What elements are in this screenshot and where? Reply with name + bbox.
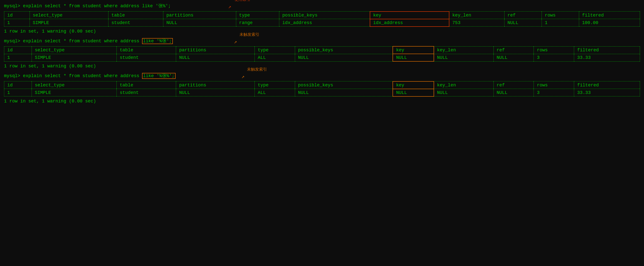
col-ref-header-3: ref — [493, 81, 534, 89]
result-line-3: 1 row in set, 1 warning (0.00 sec) — [4, 98, 640, 105]
col-rows-header: rows — [542, 12, 579, 19]
col-id-header: id — [4, 12, 30, 19]
cell-rows-2: 3 — [534, 54, 574, 61]
col-key-len-header: key_len — [449, 12, 504, 19]
arrow-2: ↗ — [234, 39, 237, 45]
arrow-1: ↗ — [228, 4, 231, 10]
cell-rows-3: 3 — [534, 89, 574, 96]
prompt-highlight-3: like '%张%'; — [142, 73, 176, 79]
cell-id-2: 1 — [4, 54, 32, 61]
prompt-container-2: mysql> explain select * from student whe… — [4, 38, 640, 45]
block-1: mysql> explain select * from student whe… — [4, 3, 640, 35]
col-partitions-header-3: partitions — [176, 81, 255, 89]
col-key-len-header-3: key_len — [434, 81, 493, 89]
col-type-header: type — [236, 12, 279, 19]
cell-key-1: idx_address — [370, 19, 449, 27]
cell-filtered-3: 33.33 — [574, 89, 640, 96]
col-id-header-2: id — [4, 46, 32, 54]
prompt-container-1: mysql> explain select * from student whe… — [4, 3, 640, 10]
result-table-2: id select_type table partitions type pos… — [4, 46, 640, 62]
col-table-header-2: table — [117, 46, 176, 54]
col-ref-header-2: ref — [493, 46, 534, 54]
cell-possible-keys-1: idx_address — [279, 19, 370, 27]
prompt-line-1: mysql> explain select * from student whe… — [4, 3, 171, 10]
col-possible-keys-header: possible_keys — [279, 12, 370, 19]
col-type-header-2: type — [254, 46, 295, 54]
col-key-header-2: key — [393, 46, 434, 54]
cell-possible-keys-3: NULL — [295, 89, 393, 96]
col-filtered-header-2: filtered — [574, 46, 640, 54]
cell-ref-2: NULL — [493, 54, 534, 61]
cell-id-1: 1 — [4, 19, 30, 27]
cell-key-len-1: 753 — [449, 19, 504, 27]
col-partitions-header-2: partitions — [176, 46, 255, 54]
prompt-container-3: mysql> explain select * from student whe… — [4, 72, 640, 80]
col-table-header: table — [108, 12, 163, 19]
cell-ref-3: NULL — [493, 89, 534, 96]
cell-partitions-3: NULL — [176, 89, 255, 96]
result-line-1: 1 row in set, 1 warning (0.00 sec) — [4, 28, 640, 35]
col-key-header: key — [370, 12, 449, 19]
cell-key-3: NULL — [393, 89, 434, 96]
col-id-header-3: id — [4, 81, 32, 89]
col-key-header-3: key — [393, 81, 434, 89]
cell-possible-keys-2: NULL — [295, 54, 393, 61]
cell-type-1: range — [236, 19, 279, 27]
cell-type-3: ALL — [254, 89, 295, 96]
col-partitions-header: partitions — [163, 12, 236, 19]
cell-key-2: NULL — [393, 54, 434, 61]
table-1: id select_type table partitions type pos… — [4, 11, 640, 27]
block-2: mysql> explain select * from student whe… — [4, 38, 640, 70]
col-select-type-header-2: select_type — [32, 46, 116, 54]
col-filtered-header: filtered — [579, 12, 640, 19]
result-line-2: 1 row in set, 1 warning (0.00 sec) — [4, 63, 640, 70]
col-select-type-header-3: select_type — [32, 81, 116, 89]
cell-key-len-3: NULL — [434, 89, 493, 96]
col-rows-header-3: rows — [534, 81, 574, 89]
col-select-type-header: select_type — [30, 12, 108, 19]
table-3: id select_type table partitions type pos… — [4, 81, 640, 97]
cell-filtered-2: 33.33 — [574, 54, 640, 61]
cell-ref-1: NULL — [504, 19, 542, 27]
prompt-line-3: mysql> explain select * from student whe… — [4, 72, 176, 80]
col-type-header-3: type — [254, 81, 295, 89]
table-2: id select_type table partitions type pos… — [4, 46, 640, 62]
result-table-3: id select_type table partitions type pos… — [4, 81, 640, 97]
cell-select-type-3: SIMPLE — [32, 89, 116, 96]
cell-type-2: ALL — [254, 54, 295, 61]
block-3: mysql> explain select * from student whe… — [4, 72, 640, 105]
arrow-3: ↗ — [241, 73, 244, 80]
col-filtered-header-3: filtered — [574, 81, 640, 89]
cell-partitions-2: NULL — [176, 54, 255, 61]
annotation-3: 未触发索引 — [247, 67, 267, 72]
cell-table-2: student — [117, 54, 176, 61]
cell-table-1: student — [108, 19, 163, 27]
cell-key-len-2: NULL — [434, 54, 493, 61]
cell-select-type-2: SIMPLE — [32, 54, 116, 61]
col-possible-keys-header-2: possible_keys — [295, 46, 393, 54]
cell-id-3: 1 — [4, 89, 32, 96]
col-table-header-3: table — [117, 81, 176, 89]
col-ref-header: ref — [504, 12, 542, 19]
cell-rows-1: 1 — [542, 19, 579, 27]
col-possible-keys-header-3: possible_keys — [295, 81, 393, 89]
cell-filtered-1: 100.00 — [579, 19, 640, 27]
cell-table-3: student — [117, 89, 176, 96]
col-key-len-header-2: key_len — [434, 46, 493, 54]
prompt-line-2: mysql> explain select * from student whe… — [4, 38, 173, 45]
cell-partitions-1: NULL — [163, 19, 236, 27]
cell-select-type-1: SIMPLE — [30, 19, 108, 27]
result-table-1: id select_type table partitions type pos… — [4, 11, 640, 27]
annotation-2: 未触发索引 — [239, 32, 260, 37]
col-rows-header-2: rows — [534, 46, 574, 54]
prompt-highlight-2: like '%张'; — [142, 38, 173, 44]
annotation-1: 使用索引 — [234, 0, 250, 2]
